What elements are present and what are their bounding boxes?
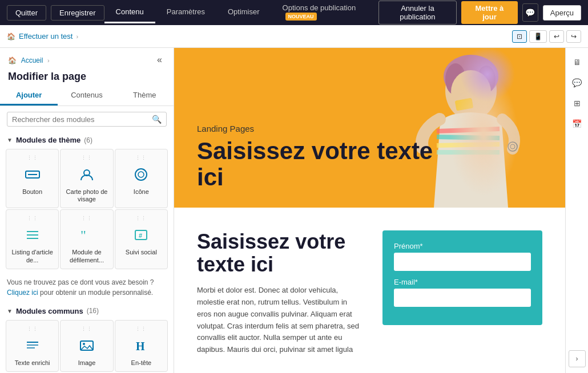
canvas-area: Landing Pages Saisissez votre texte ici [174,48,565,373]
cancel-pub-button[interactable]: Annuler la publication [378,1,457,25]
panel-tab-bar: Ajouter Contenus Thème [0,86,174,106]
image-label: Image [78,359,96,367]
hero-text: Landing Pages Saisissez votre texte ici [174,107,565,208]
tab-contenus[interactable]: Contenus [58,86,115,106]
panel-title: Modifier la page [8,71,86,83]
common-section-title: Modules communs [16,307,83,315]
sidebar-layout-icon-button[interactable]: ⊞ [569,95,586,112]
email-input[interactable] [394,289,531,307]
panel-title-area: Modifier la page [0,70,174,86]
drag-handle: ⋮⋮ [81,216,92,221]
content-section: Saisissez votre texte ici Morbi et dolor… [174,208,565,373]
module-en-tete[interactable]: ⋮⋮ H En-tête [115,320,168,372]
common-modules-section-header[interactable]: ▼ Modules communs (16) [0,303,174,318]
drag-handle: ⋮⋮ [27,326,38,332]
drag-handle: ⋮⋮ [27,216,38,221]
tab-params[interactable]: Paramètres [155,2,216,23]
left-panel: 🏠 Accueil › « Modifier la page Ajouter C… [0,48,174,373]
hero-subtitle: Landing Pages [197,124,542,133]
svg-text:H: H [136,340,145,352]
right-side: Landing Pages Saisissez votre texte ici [174,48,588,373]
content-title: Saisissez votre texte ici [197,230,360,275]
defilement-icon: " [76,225,97,245]
defilement-label: Module de défilement... [64,249,109,263]
listing-icon [22,225,43,245]
device-icon: 🖥 [573,58,581,67]
texte-enrichi-icon [22,335,43,356]
panel-collapse-button[interactable]: « [154,54,166,66]
test-link[interactable]: Effectuer un test [19,32,73,40]
search-bar: 🔍 [0,106,174,132]
sidebar-chat-icon-button[interactable]: 💬 [569,74,586,91]
tab-optimize[interactable]: Optimiser [216,2,271,23]
panel-breadcrumb-home[interactable]: Accueil [21,56,43,64]
search-input[interactable] [12,115,148,124]
texte-enrichi-label: Texte enrichi [15,359,50,367]
module-bouton[interactable]: ⋮⋮ Bouton [6,149,59,208]
chat-icon-button[interactable]: 💬 [522,3,538,22]
tab-content[interactable]: Contenu [104,2,155,23]
preview-button[interactable]: Aperçu [543,5,581,21]
drag-handle: ⋮⋮ [135,216,147,221]
svg-point-20 [445,63,466,95]
module-icone[interactable]: ⋮⋮ Icône [115,149,168,208]
top-bar-right: Annuler la publication Mettre à jour 💬 A… [378,1,581,25]
top-bar: Quitter Enregistrer Contenu Paramètres O… [0,0,588,25]
drag-handle: ⋮⋮ [135,326,147,332]
carte-photo-label: Carte photo de visage [64,188,109,203]
en-tete-icon: H [131,335,151,356]
save-button[interactable]: Enregistrer [51,5,104,21]
sidebar-device-icon-button[interactable]: 🖥 [569,54,586,71]
theme-modules-section-header[interactable]: ▼ Modules de thème (6) [0,132,174,147]
theme-section-count: (6) [84,136,92,144]
sidebar-layout-icon: ⊞ [574,99,581,108]
content-left: Saisissez votre texte ici Morbi et dolor… [197,230,360,356]
module-listing[interactable]: ⋮⋮ Listing d'article de... [6,209,59,269]
panel-header: 🏠 Accueil › « [0,48,174,70]
mobile-view-button[interactable]: 📱 [529,30,547,43]
en-tete-label: En-tête [131,359,151,367]
drag-handle: ⋮⋮ [81,326,92,332]
sidebar-chat-icon: 💬 [572,78,582,87]
panel-home-icon: 🏠 [8,56,17,64]
sidebar-calendar-icon: 📅 [572,119,582,128]
email-label: E-mail* [394,278,531,286]
page-actions: ⊡ 📱 ↩ ↪ [512,30,581,43]
module-texte-enrichi[interactable]: ⋮⋮ Texte enrichi [6,320,59,372]
search-input-wrap: 🔍 [7,112,167,127]
tab-ajouter[interactable]: Ajouter [0,86,58,106]
sidebar-calendar-icon-button[interactable]: 📅 [569,115,586,132]
search-icon-button[interactable]: 🔍 [152,115,162,124]
module-carte-photo[interactable]: ⋮⋮ Carte photo de visage [60,149,113,208]
module-image[interactable]: ⋮⋮ Image [60,320,113,372]
content-right: Prénom* E-mail* [382,230,542,356]
svg-point-3 [135,169,147,180]
bouton-icon [22,164,43,185]
svg-point-4 [138,172,144,177]
quit-button[interactable]: Quitter [7,5,46,21]
form-card: Prénom* E-mail* [382,230,542,325]
publish-button[interactable]: Mettre à jour [461,1,518,24]
main-area: 🏠 Accueil › « Modifier la page Ajouter C… [0,48,588,373]
tab-publish[interactable]: Options de publication NOUVEAU [271,0,378,28]
svg-text:#: # [139,232,142,239]
module-suivi-social[interactable]: ⋮⋮ # Suivi social [115,209,168,269]
redo-button[interactable]: ↪ [566,30,581,43]
search-icon: 🔍 [152,115,162,124]
breadcrumb-chevron: › [76,33,78,40]
common-modules-grid: ⋮⋮ Texte enrichi ⋮⋮ Image ⋮⋮ [0,318,174,373]
secondary-bar: 🏠 Effectuer un test › ⊡ 📱 ↩ ↪ [0,25,588,48]
suivi-social-label: Suivi social [126,249,157,256]
prenom-input[interactable] [394,253,531,271]
tab-theme[interactable]: Thème [116,86,174,106]
module-defilement[interactable]: ⋮⋮ " Module de défilement... [60,209,113,269]
undo-button[interactable]: ↩ [549,30,564,43]
sidebar-expand-button[interactable]: › [569,350,586,367]
prenom-label: Prénom* [394,242,531,250]
right-sidebar: 🖥 💬 ⊞ 📅 › [565,48,588,373]
desktop-view-button[interactable]: ⊡ [512,30,527,43]
help-link[interactable]: Cliquez ici [7,289,38,297]
panel-content: ▼ Modules de thème (6) ⋮⋮ Bouton ⋮⋮ [0,132,174,373]
hero-title: Saisissez votre texte ici [197,138,437,190]
email-field: E-mail* [394,278,531,307]
